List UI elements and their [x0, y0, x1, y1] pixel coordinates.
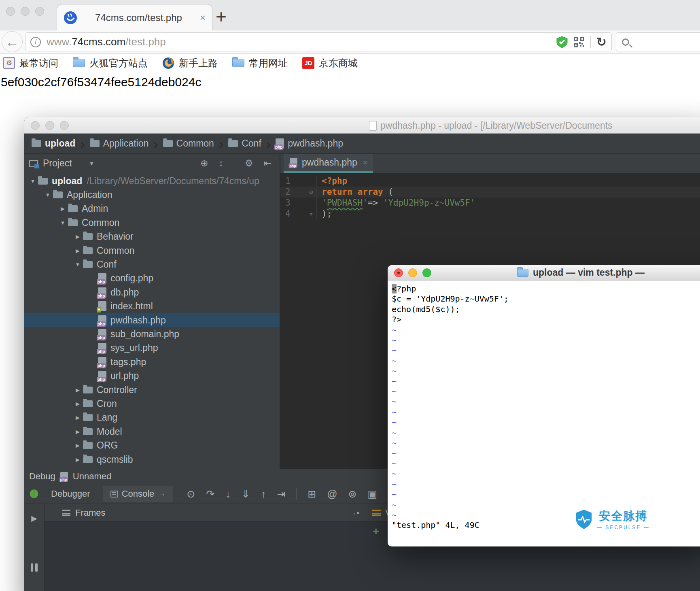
tree-row[interactable]: ▶Common: [24, 244, 280, 257]
bookmark-item[interactable]: 火狐官方站点: [73, 57, 148, 70]
tab-close-icon[interactable]: ×: [200, 12, 206, 23]
minimize-window-button[interactable]: [21, 7, 30, 16]
tree-row[interactable]: ▶ORG: [24, 438, 280, 452]
new-tab-button[interactable]: +: [216, 6, 227, 28]
terminal-titlebar[interactable]: upload — vim test.php —: [388, 265, 700, 281]
frames-list[interactable]: [45, 522, 366, 591]
close-window-button[interactable]: [394, 268, 403, 277]
breadcrumb-item[interactable]: upload: [32, 138, 75, 149]
tree-row[interactable]: ▼upload/Library/WebServer/Documents/74cm…: [24, 174, 280, 188]
run-to-cursor-icon[interactable]: ⇥: [277, 488, 285, 500]
tree-row[interactable]: phptags.php: [24, 355, 280, 369]
force-step-into-icon[interactable]: ⇓: [242, 488, 250, 500]
tree-toggle-icon[interactable]: ▶: [57, 206, 68, 212]
fold-marker-icon[interactable]: ⊖: [295, 187, 317, 198]
tree-toggle-icon[interactable]: ▶: [72, 387, 83, 393]
zoom-window-button[interactable]: [35, 7, 44, 16]
step-into-icon[interactable]: ↓: [225, 488, 231, 500]
url-bar[interactable]: i www.74cms.com/test.php ↻: [25, 32, 612, 51]
hide-panel-icon[interactable]: ⇤: [264, 158, 272, 169]
restore-layout-icon[interactable]: ▣: [367, 488, 377, 500]
tree-toggle-icon[interactable]: ▶: [72, 415, 83, 421]
tree-toggle-icon[interactable]: ▶: [72, 442, 83, 449]
collapse-all-icon[interactable]: ↨: [219, 158, 224, 169]
add-watch-icon[interactable]: +: [373, 525, 379, 538]
ide-window-controls[interactable]: [31, 121, 69, 130]
tree-row[interactable]: Hindex.html: [24, 300, 280, 313]
browser-window-controls[interactable]: [6, 7, 44, 16]
pause-icon[interactable]: [31, 563, 38, 572]
tree-row[interactable]: phpdb.php: [24, 285, 280, 299]
resume-icon[interactable]: ▶: [31, 514, 37, 523]
variables-menu-icon[interactable]: [372, 510, 381, 516]
tree-row[interactable]: ▶Model: [24, 425, 280, 438]
code-line[interactable]: 4▿);: [280, 208, 700, 219]
bookmark-item[interactable]: JD京东商城: [302, 57, 358, 70]
tree-toggle-icon[interactable]: ▶: [72, 401, 83, 407]
tree-toggle-icon[interactable]: ▼: [42, 192, 53, 198]
step-over-icon[interactable]: ↷: [206, 488, 214, 500]
security-shield-icon[interactable]: [556, 36, 568, 48]
tree-row[interactable]: phpsys_url.php: [24, 341, 280, 355]
reload-icon[interactable]: ↻: [596, 35, 607, 49]
minimize-window-button[interactable]: [408, 268, 417, 277]
tree-toggle-icon[interactable]: ▼: [28, 178, 38, 184]
tree-row[interactable]: ▶Behavior: [24, 230, 280, 244]
zoom-window-button[interactable]: [422, 268, 431, 277]
breadcrumb-item[interactable]: phppwdhash.php: [276, 138, 343, 149]
close-tab-icon[interactable]: ×: [363, 158, 367, 167]
tree-toggle-icon[interactable]: ▶: [72, 248, 83, 254]
minimize-window-button[interactable]: [45, 121, 54, 130]
code-line[interactable]: 1<?php: [280, 176, 700, 187]
tree-toggle-icon[interactable]: ▶: [72, 429, 83, 435]
view-breakpoints-icon[interactable]: ⊚: [348, 488, 357, 500]
settings-icon[interactable]: ⚙: [245, 158, 253, 169]
search-box[interactable]: [616, 32, 700, 51]
locate-icon[interactable]: ⊕: [200, 158, 208, 169]
site-info-icon[interactable]: i: [30, 37, 41, 47]
project-panel-header[interactable]: Project ▼ ⊕↨⚙⇤: [24, 154, 280, 173]
browser-tab[interactable]: 74cms.com/test.php ×: [57, 4, 212, 31]
close-window-button[interactable]: [6, 7, 15, 16]
tree-row[interactable]: ▼Application: [24, 188, 280, 202]
zoom-window-button[interactable]: [60, 121, 69, 130]
tab-console[interactable]: Console →: [103, 486, 173, 502]
tree-row[interactable]: phpconfig.php: [24, 272, 280, 285]
step-out-icon[interactable]: ↑: [261, 488, 266, 500]
terminal-window-controls[interactable]: [394, 268, 431, 277]
close-window-button[interactable]: [31, 121, 40, 130]
show-execution-point-icon[interactable]: ⊙: [187, 488, 195, 500]
inline-values-icon[interactable]: @: [327, 488, 337, 500]
bookmark-item[interactable]: 常用网址: [232, 57, 288, 70]
tree-toggle-icon[interactable]: ▼: [72, 261, 83, 268]
ide-titlebar[interactable]: pwdhash.php - upload - [/Library/WebServ…: [24, 117, 700, 134]
tree-row[interactable]: ▶qscmslib: [24, 453, 280, 466]
tree-row[interactable]: ▶Cron: [24, 397, 280, 410]
breadcrumb-item[interactable]: Application: [90, 138, 149, 149]
tree-toggle-icon[interactable]: ▶: [72, 457, 83, 463]
code-line[interactable]: 2⊖return array (: [280, 187, 700, 198]
tree-row[interactable]: ▼Conf: [24, 257, 280, 271]
chevron-down-icon[interactable]: ▼: [89, 160, 95, 167]
bookmark-item[interactable]: ⚙最常访问: [3, 57, 58, 70]
editor-tab-pwdhash[interactable]: php pwdhash.php ×: [284, 154, 373, 173]
tree-toggle-icon[interactable]: ▼: [57, 220, 68, 226]
terminal-content[interactable]: <?php$c = 'YdpU2H9p-z~UVw5F';echo(md5($c…: [388, 281, 700, 531]
tree-row[interactable]: phpsub_domain.php: [24, 327, 280, 341]
breadcrumb-item[interactable]: Conf: [228, 138, 261, 149]
bookmark-item[interactable]: 新手上路: [162, 57, 218, 70]
tree-row[interactable]: ▶Controller: [24, 383, 280, 397]
code-line[interactable]: 3'PWDHASH'=> 'YdpU2H9p-z~UVw5F': [280, 198, 700, 208]
qr-code-icon[interactable]: [573, 36, 585, 48]
tree-row[interactable]: ▼Common: [24, 216, 280, 230]
evaluate-expression-icon[interactable]: ⊞: [308, 488, 316, 500]
tree-row[interactable]: phppwdhash.php: [24, 313, 280, 327]
pin-panel-icon[interactable]: →▪: [349, 508, 359, 517]
tree-toggle-icon[interactable]: ▶: [72, 234, 83, 240]
back-button[interactable]: ←: [2, 31, 23, 52]
breadcrumb-item[interactable]: Common: [163, 138, 214, 149]
tree-row[interactable]: phpurl.php: [24, 369, 280, 383]
tree-row[interactable]: ▶Admin: [24, 202, 280, 216]
tab-debugger[interactable]: Debugger: [44, 486, 98, 502]
tree-row[interactable]: ▶Lang: [24, 411, 280, 425]
